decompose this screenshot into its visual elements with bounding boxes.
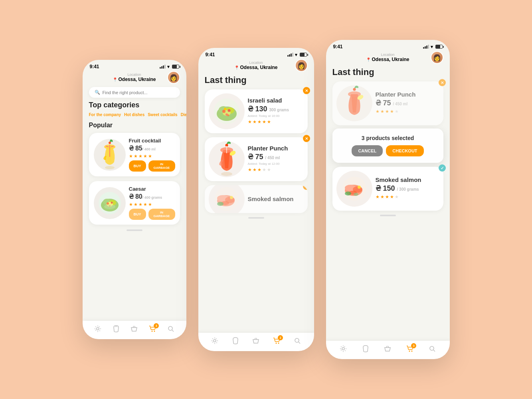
pin-icon-2: 📍 — [234, 65, 239, 70]
food-icon — [112, 325, 120, 333]
buy-btn-1-0[interactable]: BUY — [129, 160, 146, 172]
settings-icon-2 — [211, 337, 219, 345]
nav-settings-2[interactable] — [211, 337, 219, 345]
section-title-1: Top categories — [83, 101, 186, 113]
cancel-button-3[interactable]: CANCEL — [352, 145, 383, 156]
nav-food-1[interactable] — [112, 325, 120, 333]
search-input-1[interactable] — [103, 90, 174, 95]
svg-point-48 — [295, 338, 299, 342]
product-name-1-1: Caesar — [129, 186, 175, 192]
garbage-btn-1-0[interactable]: IN GARBAGE — [148, 160, 175, 172]
cart-badge-2: 2 — [278, 335, 283, 340]
settings-icon — [94, 325, 102, 333]
svg-point-44 — [230, 196, 233, 199]
lt-card-2-0: Israeli salad ₴ 130 300 grams Added: Tod… — [205, 89, 308, 133]
nav-cart-1[interactable]: 3 — [148, 325, 156, 333]
avatar-3: 👩 — [431, 51, 443, 64]
lt-stars-3-1: ★★★★★ — [376, 194, 439, 200]
checkout-button-3[interactable]: CHECKOUT — [386, 145, 423, 156]
svg-line-20 — [172, 330, 174, 332]
lt-stars-2-0: ★★★★★ — [248, 119, 304, 124]
svg-point-29 — [224, 108, 226, 110]
lt-price-3-1: ₴ 150 / 300 grams — [376, 184, 439, 193]
nav-cart-3[interactable]: 3 — [406, 345, 414, 353]
nav-basket-2[interactable] — [252, 337, 260, 345]
location-label-1: Location — [127, 73, 141, 77]
nav-food-2[interactable] — [231, 337, 239, 345]
nav-basket-3[interactable] — [384, 345, 392, 353]
nav-search-3[interactable] — [428, 345, 436, 353]
check-badge-3-1[interactable]: ✓ — [439, 164, 446, 172]
product-card-1-0: Fruit cocktail ₴ 85/ 400 ml ★★★★★ BUY IN… — [89, 133, 180, 176]
search-bar-1[interactable]: 🔍 — [89, 87, 180, 98]
svg-point-64 — [411, 351, 413, 352]
product-image-1-0 — [94, 139, 126, 171]
cat-tab-hot[interactable]: Hot dishes — [124, 113, 144, 117]
lt-img-2-0 — [209, 93, 245, 129]
lt-price-2-0: ₴ 130 300 grams — [248, 105, 304, 113]
svg-point-62 — [342, 348, 344, 350]
lt-img-3-1 — [336, 171, 372, 207]
food-icon-3 — [362, 345, 370, 353]
battery-icon-2 — [300, 53, 307, 57]
nav-search-1[interactable] — [167, 325, 175, 333]
close-badge-3-0[interactable]: ✕ — [439, 79, 446, 86]
location-value-1: 📍 Odessa, Ukraine — [113, 77, 156, 82]
phone-3: 9:41 ▾ 👩 Location 📍 Odessa, Ukraine Last… — [326, 40, 450, 359]
battery-icon-1 — [172, 65, 179, 69]
scroll-indicator-1 — [127, 229, 142, 231]
lt-info-3-1: Smoked salmon ₴ 150 / 300 grams ★★★★★ — [376, 176, 439, 201]
cat-tab-sweet[interactable]: Sweet cocktails — [148, 113, 177, 117]
lt-card-2-1: Planter Punch ₴ 75 / 450 ml Added: Today… — [205, 137, 308, 181]
selected-popup-3: 3 products selected CANCEL CHECKOUT — [332, 128, 443, 163]
lt-info-2-1: Planter Punch ₴ 75 / 450 ml Added: Today… — [248, 145, 304, 174]
status-time-2: 9:41 — [206, 52, 215, 57]
close-badge-2-2[interactable]: ✕ — [303, 185, 308, 190]
buy-btn-1-1[interactable]: BUY — [129, 209, 146, 220]
svg-point-26 — [222, 110, 225, 113]
svg-point-63 — [409, 351, 410, 352]
nav-food-3[interactable] — [362, 345, 370, 353]
lt-info-3-0: Planter Punch ₴ 75 / 450 ml ★★★★★ — [376, 91, 439, 116]
search-nav-icon-3 — [428, 345, 436, 353]
header-3: 👩 Location 📍 Odessa, Ukraine — [326, 51, 450, 65]
nav-settings-3[interactable] — [339, 345, 347, 353]
nav-search-2[interactable] — [293, 337, 301, 345]
cat-tab-company[interactable]: For the company — [89, 113, 121, 117]
svg-point-27 — [227, 109, 230, 112]
avatar-2: 👩 — [295, 59, 308, 72]
nav-cart-2[interactable]: 2 — [273, 337, 281, 345]
status-time-1: 9:41 — [90, 64, 99, 69]
header-1: 👩 Location 📍 Odessa, Ukraine — [83, 71, 186, 85]
signal-icon-1 — [160, 65, 166, 69]
cart-badge-1: 3 — [154, 323, 159, 328]
bottom-nav-2: 2 — [198, 333, 314, 351]
signal-icon-3 — [423, 45, 429, 49]
product-info-1-0: Fruit cocktail ₴ 85/ 400 ml ★★★★★ BUY IN… — [129, 138, 175, 172]
nav-settings-1[interactable] — [94, 325, 102, 333]
cat-tab-dietary[interactable]: Dietary — [181, 113, 186, 117]
svg-point-0 — [105, 166, 115, 169]
phone-1: 9:41 ▾ 👩 Location 📍 Odessa, Ukraine 🔍 To… — [83, 60, 186, 339]
status-time-3: 9:41 — [333, 44, 343, 49]
popular-title-1: Popular — [83, 122, 186, 133]
search-nav-icon-2 — [293, 337, 301, 345]
close-badge-2-0[interactable]: ✕ — [303, 87, 310, 94]
lt-name-2-1: Planter Punch — [248, 145, 304, 152]
svg-line-49 — [299, 342, 300, 344]
lt-price-2-1: ₴ 75 / 450 ml — [248, 152, 304, 161]
food-icon-2 — [231, 337, 239, 345]
close-badge-2-1[interactable]: ✕ — [303, 135, 310, 142]
punch-svg-2 — [211, 141, 243, 177]
category-tabs-1: For the company Hot dishes Sweet cocktai… — [83, 113, 186, 122]
svg-point-15 — [104, 204, 115, 209]
popup-btn-row-3: CANCEL CHECKOUT — [339, 145, 437, 156]
nav-basket-1[interactable] — [130, 325, 138, 333]
product-price-1-1: ₴ 80/ 400 grams — [129, 193, 175, 200]
svg-point-46 — [276, 343, 277, 344]
salmon-svg-3 — [338, 173, 370, 205]
phone-2: 9:41 ▾ 👩 Location 📍 Odessa, Ukraine Last… — [198, 48, 314, 351]
page-title-2: Last thing — [198, 73, 314, 89]
garbage-btn-1-1[interactable]: IN GARBAGE — [148, 209, 175, 220]
lt-stars-2-1: ★★★★★ — [248, 167, 304, 172]
